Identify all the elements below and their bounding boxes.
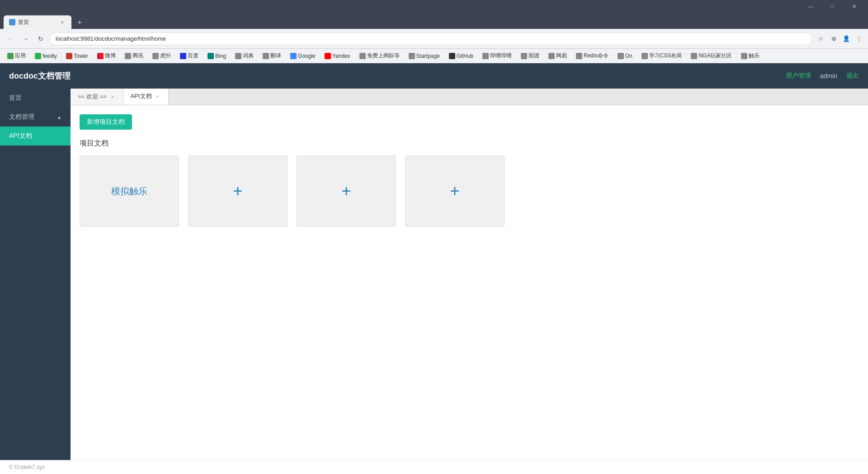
bookmark-apps-icon (7, 53, 14, 59)
tab-close-button[interactable]: × (59, 19, 66, 26)
minimize-button[interactable]: — (800, 0, 821, 13)
bookmark-weibo-icon (97, 53, 104, 59)
sidebar-item-api[interactable]: API文档 (0, 127, 71, 145)
project-card-molni[interactable]: 模拟触乐 (80, 155, 179, 227)
bookmark-netease-icon (548, 53, 555, 59)
bookmark-cidian-label: 词典 (243, 52, 254, 60)
bookmark-bing-icon (208, 53, 214, 59)
add-project-icon-1: + (233, 182, 242, 201)
bookmark-on[interactable]: On (614, 52, 636, 60)
bookmark-miantuan[interactable]: 面团 (517, 51, 543, 61)
bookmark-baidu-icon (180, 53, 186, 59)
footer-text: © f1ndwh7.xyz (9, 464, 45, 470)
bookmark-hupu-label: 虎扑 (160, 52, 171, 60)
bookmark-tower[interactable]: Tower (62, 52, 92, 60)
new-tab-button[interactable]: + (73, 16, 86, 29)
tab-title: 首页 (18, 19, 56, 26)
bookmark-startpage[interactable]: Startpage (405, 52, 443, 60)
close-button[interactable]: ✕ (844, 0, 864, 13)
bookmark-bilibili[interactable]: 哔哩哔哩 (479, 51, 515, 61)
bookmark-baidu-label: 百度 (188, 52, 198, 60)
bookmark-weibo-label: 微博 (105, 52, 116, 60)
bookmark-weibo[interactable]: 微博 (94, 51, 119, 61)
sidebar-item-home-label: 首页 (9, 94, 22, 102)
bookmark-feedly[interactable]: feedly (31, 52, 61, 60)
tab-api-label: API文档 (131, 92, 152, 100)
maximize-button[interactable]: □ (822, 0, 843, 13)
bookmark-nga[interactable]: NGA玩家社区 (687, 51, 736, 61)
refresh-button[interactable]: ↻ (34, 33, 47, 45)
app-footer: © f1ndwh7.xyz (0, 460, 868, 474)
address-input[interactable] (50, 33, 813, 45)
sidebar: 首页 文档管理 ▲ API文档 (0, 89, 71, 460)
sidebar-item-home[interactable]: 首页 (0, 89, 71, 108)
bookmarks-bar: 应用 feedly Tower 微博 腾讯 虎扑 百度 Bing 词典 翻译 G… (0, 49, 868, 63)
bookmark-hupupu[interactable]: 虎扑 (149, 51, 175, 61)
bookmark-apps[interactable]: 应用 (4, 51, 29, 61)
extensions-button[interactable]: ⊕ (828, 33, 839, 44)
tab-api-close[interactable]: × (155, 93, 161, 99)
browser-tab-active[interactable]: 首页 × (4, 15, 71, 29)
sidebar-item-docs[interactable]: 文档管理 ▲ (0, 108, 71, 127)
bookmark-bilibili-icon (482, 53, 489, 59)
bookmark-chule-label: 触乐 (749, 52, 760, 60)
tab-favicon (9, 19, 15, 25)
tab-api-docs[interactable]: API文档 × (123, 89, 169, 105)
bookmark-chule[interactable]: 触乐 (737, 51, 763, 61)
app-wrapper: docdoc文档管理 用户管理 admin 退出 首页 文档管理 ▲ API文档 (0, 63, 868, 474)
bookmark-tencent-icon (125, 53, 131, 59)
bookmark-redis-label: Redis命令 (584, 52, 609, 60)
bookmark-fanyi[interactable]: 翻译 (259, 51, 285, 61)
user-management-link[interactable]: 用户管理 (786, 72, 811, 80)
menu-button[interactable]: ⋮ (854, 33, 864, 44)
back-button[interactable]: ← (4, 33, 16, 45)
bookmark-netease[interactable]: 网易 (545, 51, 571, 61)
bookmark-github[interactable]: GitHub (445, 52, 477, 60)
browser-tabs-bar: 首页 × + (0, 13, 868, 29)
bookmark-tencent-label: 腾讯 (132, 52, 143, 60)
tab-welcome[interactable]: == 欢迎 == × (71, 89, 123, 105)
bookmark-css-label: 学习CSS布局 (649, 52, 682, 60)
add-project-icon-3: + (450, 182, 459, 201)
add-project-button[interactable]: 新增项目文档 (80, 114, 132, 130)
bookmark-miantuan-label: 面团 (528, 52, 539, 60)
bookmark-apps-label: 应用 (15, 52, 26, 60)
logout-link[interactable]: 退出 (846, 72, 859, 80)
project-card-add-1[interactable]: + (188, 155, 288, 227)
bookmark-on-icon (618, 53, 624, 59)
project-name: 模拟触乐 (111, 185, 147, 197)
project-card-add-2[interactable]: + (297, 155, 396, 227)
bookmark-fanyi-label: 翻译 (270, 52, 281, 60)
forward-button[interactable]: → (19, 33, 32, 45)
profile-button[interactable]: 👤 (841, 33, 852, 44)
bookmark-bilibili-label: 哔哩哔哩 (490, 52, 512, 60)
toolbar-right: ☆ ⊕ 👤 ⋮ (816, 33, 864, 44)
bookmark-css[interactable]: 学习CSS布局 (638, 51, 686, 61)
bookmark-bing-label: Bing (215, 53, 226, 59)
bookmark-github-icon (449, 53, 455, 59)
bookmark-google-label: Google (298, 53, 316, 59)
bookmark-google[interactable]: Google (287, 52, 319, 60)
bookmark-feedly-icon (35, 53, 41, 59)
tabs-bar: == 欢迎 == × API文档 × (71, 89, 868, 105)
bookmark-github-label: GitHub (457, 53, 473, 59)
bookmark-star-button[interactable]: ☆ (816, 33, 826, 44)
bookmark-tencent[interactable]: 腾讯 (121, 51, 147, 61)
bookmark-free-internet[interactable]: 免费上网际等 (356, 51, 403, 61)
tab-welcome-close[interactable]: × (109, 94, 116, 100)
bookmark-yandex[interactable]: Yandex (321, 52, 354, 60)
bookmark-tower-icon (66, 53, 72, 59)
bookmark-redis[interactable]: Redis命令 (572, 51, 612, 61)
bookmark-bing[interactable]: Bing (204, 52, 230, 60)
bookmark-yandex-icon (325, 53, 331, 59)
bookmark-free-icon (359, 53, 366, 59)
sidebar-item-docs-label: 文档管理 (9, 113, 34, 121)
bookmark-baidu[interactable]: 百度 (176, 51, 202, 61)
add-project-icon-2: + (341, 182, 351, 201)
browser-addressbar: ← → ↻ ☆ ⊕ 👤 ⋮ (0, 29, 868, 49)
browser-titlebar: — □ ✕ (0, 0, 868, 13)
main-content: == 欢迎 == × API文档 × 新增项目文档 项目文档 模拟触乐 (71, 89, 868, 460)
project-card-add-3[interactable]: + (405, 155, 505, 227)
app-nav-right: 用户管理 admin 退出 (786, 72, 859, 80)
bookmark-cidian[interactable]: 词典 (231, 51, 257, 61)
